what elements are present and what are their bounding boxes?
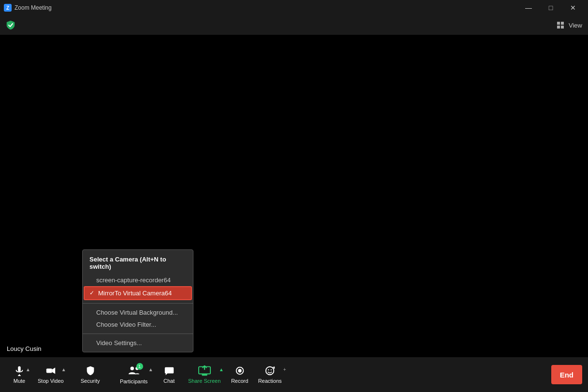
maximize-button[interactable]: □ bbox=[540, 0, 562, 15]
record-label: Record bbox=[231, 378, 248, 384]
video-chevron[interactable]: ▲ bbox=[60, 366, 68, 373]
svg-rect-5 bbox=[561, 26, 564, 29]
app-title: Zoom Meeting bbox=[15, 4, 52, 11]
svg-rect-4 bbox=[557, 26, 560, 29]
reactions-label: Reactions bbox=[258, 378, 282, 384]
svg-point-16 bbox=[238, 369, 241, 372]
mute-button[interactable]: Mute ▲ bbox=[6, 357, 33, 392]
share-screen-icon bbox=[198, 365, 211, 376]
title-bar-left: Z Zoom Meeting bbox=[4, 4, 52, 12]
mute-chevron[interactable]: ▲ bbox=[24, 366, 32, 373]
microphone-icon bbox=[14, 365, 25, 376]
participants-button[interactable]: 1 Participants ▲ bbox=[112, 357, 156, 392]
participants-count: 1 bbox=[136, 363, 143, 370]
svg-rect-6 bbox=[18, 366, 21, 372]
title-bar: Z Zoom Meeting — □ ✕ bbox=[0, 0, 588, 15]
svg-point-11 bbox=[130, 367, 133, 370]
chat-icon bbox=[164, 365, 175, 376]
bottom-toolbar: Mute ▲ Stop Video ▲ Security 1 Participa… bbox=[0, 357, 588, 392]
svg-point-17 bbox=[266, 367, 274, 375]
close-button[interactable]: ✕ bbox=[562, 0, 584, 15]
end-button[interactable]: End bbox=[551, 365, 582, 384]
camera-dropdown-title: Select a Camera (Alt+N to switch) bbox=[83, 253, 193, 274]
view-label: View bbox=[569, 22, 582, 29]
share-screen-label: Share Screen bbox=[188, 378, 220, 384]
security-button[interactable]: Security bbox=[69, 357, 112, 392]
svg-rect-3 bbox=[561, 22, 564, 25]
svg-marker-10 bbox=[52, 368, 55, 374]
record-icon bbox=[235, 365, 245, 376]
share-screen-button[interactable]: Share Screen ▲ bbox=[183, 357, 226, 392]
svg-rect-9 bbox=[46, 368, 52, 373]
svg-rect-14 bbox=[202, 374, 207, 376]
svg-line-20 bbox=[274, 367, 274, 368]
top-toolbar: View bbox=[0, 15, 588, 35]
participants-label: Participants bbox=[120, 378, 147, 384]
reactions-chevron[interactable]: + bbox=[282, 366, 288, 373]
camera-dropdown-menu: Select a Camera (Alt+N to switch) screen… bbox=[82, 249, 193, 352]
svg-text:Z: Z bbox=[6, 5, 9, 11]
chat-label: Chat bbox=[163, 378, 175, 384]
svg-rect-2 bbox=[557, 22, 560, 25]
view-button[interactable]: View bbox=[557, 22, 582, 29]
security-label: Security bbox=[81, 378, 100, 384]
window-controls[interactable]: — □ ✕ bbox=[517, 0, 584, 15]
reactions-button[interactable]: Reactions + bbox=[253, 357, 287, 392]
camera-option-virtual-bg[interactable]: Choose Virtual Background... bbox=[83, 306, 193, 319]
mute-label: Mute bbox=[14, 378, 25, 384]
camera-option-video-filter[interactable]: Choose Video Filter... bbox=[83, 319, 193, 331]
video-area: Loucy Cusin Select a Camera (Alt+N to sw… bbox=[0, 35, 588, 357]
participant-name-label: Loucy Cusin bbox=[4, 344, 44, 353]
security-icon bbox=[85, 365, 96, 376]
participants-chevron[interactable]: ▲ bbox=[147, 366, 155, 373]
record-button[interactable]: Record bbox=[226, 357, 253, 392]
camera-option-video-settings[interactable]: Video Settings... bbox=[83, 337, 193, 349]
stop-video-label: Stop Video bbox=[38, 378, 64, 384]
reactions-icon bbox=[265, 365, 275, 376]
svg-point-18 bbox=[268, 369, 269, 370]
dropdown-divider-1 bbox=[83, 303, 193, 304]
app-icon: Z bbox=[4, 4, 12, 12]
camera-option-screen-capture[interactable]: screen-capture-recorder64 bbox=[83, 274, 193, 286]
security-status-icon bbox=[6, 20, 15, 30]
chat-button[interactable]: Chat bbox=[156, 357, 183, 392]
camera-option-mirrorto[interactable]: MirrorTo Virtual Camera64 bbox=[84, 286, 192, 300]
dropdown-divider-2 bbox=[83, 334, 193, 334]
svg-point-19 bbox=[271, 369, 272, 370]
share-screen-chevron[interactable]: ▲ bbox=[218, 366, 225, 373]
video-camera-icon bbox=[45, 365, 56, 376]
stop-video-button[interactable]: Stop Video ▲ bbox=[33, 357, 69, 392]
minimize-button[interactable]: — bbox=[517, 0, 540, 15]
